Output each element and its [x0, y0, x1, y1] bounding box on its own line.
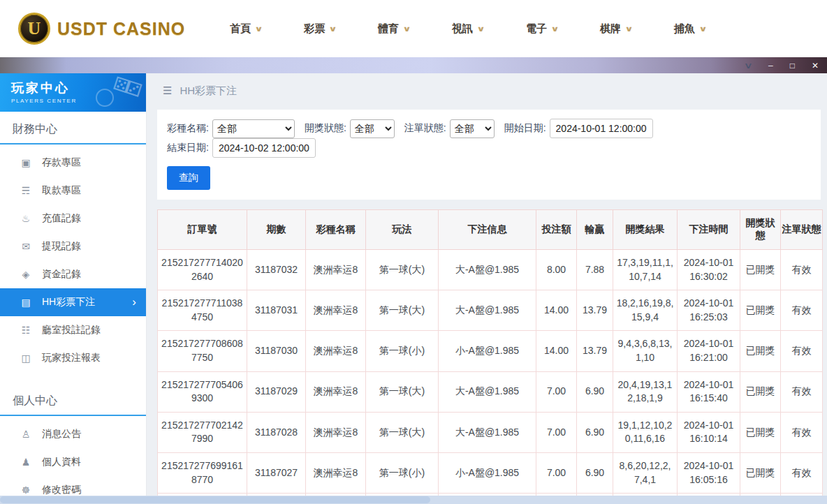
sidebar: 玩家中心 PLAYERS CENTER ⚄⚂ 財務中心▣存款專區☴取款專區♨充值…: [0, 73, 147, 504]
sidebar-item[interactable]: ☴取款專區: [0, 177, 146, 205]
column-header: 開獎結果: [613, 210, 678, 250]
column-header: 開獎狀態: [740, 210, 781, 250]
table-cell: 2024-10-01 16:05:16: [678, 452, 740, 493]
nav-item-label: 體育: [378, 22, 399, 36]
order-status-label: 注單狀態:: [404, 122, 446, 135]
end-date-input[interactable]: [212, 138, 316, 158]
table-cell: 17,3,19,11,1,10,7,14: [613, 250, 678, 290]
table-cell: 澳洲幸运8: [306, 290, 366, 331]
table-cell: 2024-10-01 16:10:14: [678, 412, 740, 452]
table-cell: 已開獎: [740, 290, 781, 331]
nav-item[interactable]: 彩票∨: [304, 22, 336, 36]
sidebar-item-label: 廳室投註記錄: [42, 324, 101, 336]
table-cell: 澳洲幸运8: [306, 250, 366, 290]
nav-item[interactable]: 體育∨: [378, 22, 410, 36]
horizontal-scrollbar[interactable]: [0, 496, 827, 504]
table-row: 215217277714020264031187032澳洲幸运8第一球(大)大-…: [158, 250, 823, 290]
nav-item[interactable]: 棋牌∨: [600, 22, 632, 36]
chevron-down-icon: ∨: [550, 24, 559, 34]
bet-table-card: 訂單號期數彩種名稱玩法下注信息投注額輸贏開獎結果下注時間開獎狀態注單狀態 215…: [157, 209, 821, 504]
table-cell: 第一球(大): [366, 412, 439, 452]
table-cell: 已開獎: [740, 331, 781, 371]
column-header: 下注時間: [678, 210, 740, 250]
lottery-name-select[interactable]: 全部: [212, 119, 295, 138]
table-cell: 13.79: [577, 331, 613, 371]
table-cell: 大-A盤@1.985: [439, 371, 536, 412]
player-bet-report-icon: ◫: [20, 353, 32, 364]
sidebar-item[interactable]: ▤HH彩票下注›: [0, 288, 146, 316]
sidebar-item[interactable]: ♨充值記錄: [0, 205, 146, 232]
table-cell: 已開獎: [740, 371, 781, 412]
window-minimize-button[interactable]: –: [768, 61, 773, 70]
window-titlebar: ∨ – □ ✕: [0, 57, 827, 73]
table-row: 215217277705406930031187029澳洲幸运8第一球(大)大-…: [158, 371, 823, 412]
table-cell: 7.00: [536, 371, 577, 412]
column-header: 注單狀態: [781, 210, 823, 250]
table-cell: 13.79: [577, 290, 613, 331]
hamburger-menu-icon[interactable]: ☰: [163, 84, 172, 97]
sidebar-item-label: 資金記錄: [42, 268, 81, 281]
withdraw-icon: ☴: [20, 185, 32, 196]
nav-item-label: 電子: [526, 22, 547, 36]
table-cell: 2024-10-01 16:15:40: [678, 371, 740, 412]
table-cell: 18,2,16,19,8,15,9,4: [613, 290, 678, 331]
table-row: 215217277699161877031187027澳洲幸运8第一球(小)小-…: [158, 452, 823, 493]
sidebar-item-label: 消息公告: [42, 428, 81, 440]
nav-item[interactable]: 視訊∨: [452, 22, 484, 36]
column-header: 期數: [247, 210, 306, 250]
room-bet-record-icon: ☷: [20, 325, 32, 336]
sidebar-item[interactable]: ▣存款專區: [0, 149, 146, 177]
sidebar-item-label: 取款專區: [42, 184, 81, 197]
nav-item-label: 彩票: [304, 22, 325, 36]
nav-item[interactable]: 電子∨: [526, 22, 558, 36]
search-button[interactable]: 查詢: [167, 166, 210, 190]
table-cell: 31187029: [247, 371, 306, 412]
players-center-header: 玩家中心 PLAYERS CENTER ⚄⚂: [0, 73, 146, 112]
table-cell: 已開獎: [740, 412, 781, 452]
order-status-select[interactable]: 全部: [450, 119, 495, 138]
window-close-button[interactable]: ✕: [812, 61, 819, 70]
sidebar-menu: 財務中心▣存款專區☴取款專區♨充值記錄✉提現記錄◈資金記錄▤HH彩票下注›☷廳室…: [0, 112, 146, 504]
table-cell: 7.00: [536, 412, 577, 452]
table-cell: 6.90: [577, 412, 613, 452]
nav-item-label: 視訊: [452, 22, 473, 36]
table-cell: 大-A盤@1.985: [439, 412, 536, 452]
table-cell: 有效: [781, 371, 823, 412]
sidebar-item[interactable]: ♟個人資料: [0, 448, 146, 476]
sidebar-item[interactable]: ◫玩家投注報表: [0, 344, 146, 372]
players-center-subtitle: PLAYERS CENTER: [11, 98, 146, 104]
end-date-label: 結束日期:: [167, 142, 209, 154]
table-cell: 澳洲幸运8: [306, 412, 366, 452]
withdrawal-record-icon: ✉: [20, 241, 32, 252]
table-cell: 小-A盤@1.985: [439, 452, 536, 493]
table-row: 215217277708608775031187030澳洲幸运8第一球(小)小-…: [158, 331, 823, 371]
table-cell: 6.90: [577, 371, 613, 412]
draw-status-select[interactable]: 全部: [350, 119, 395, 138]
bet-table-header-row: 訂單號期數彩種名稱玩法下注信息投注額輸贏開獎結果下注時間開獎狀態注單狀態: [158, 210, 823, 250]
table-cell: 已開獎: [740, 250, 781, 290]
sidebar-item-label: HH彩票下注: [42, 296, 95, 309]
deposit-icon: ▣: [20, 157, 32, 168]
start-date-input[interactable]: [550, 119, 653, 138]
sidebar-item[interactable]: ☷廳室投註記錄: [0, 316, 146, 344]
table-cell: 第一球(大): [366, 371, 439, 412]
sidebar-item[interactable]: ◈資金記錄: [0, 260, 146, 288]
recharge-record-icon: ♨: [20, 213, 32, 224]
profile-icon: ♟: [20, 457, 32, 468]
window-chevron-down-icon[interactable]: ∨: [744, 61, 753, 70]
hh-lottery-bet-icon: ▤: [20, 297, 32, 308]
chevron-down-icon: ∨: [476, 24, 485, 34]
table-cell: 14.00: [536, 331, 577, 371]
lottery-name-label: 彩種名稱:: [167, 122, 209, 135]
sidebar-item[interactable]: ♙消息公告: [0, 420, 146, 448]
table-cell: 大-A盤@1.985: [439, 290, 536, 331]
table-cell: 有效: [781, 290, 823, 331]
window-maximize-button[interactable]: □: [790, 61, 795, 70]
nav-item[interactable]: 首頁∨: [230, 22, 262, 36]
horizontal-scrollbar-thumb[interactable]: [0, 496, 430, 503]
nav-item[interactable]: 捕魚∨: [674, 22, 706, 36]
column-header: 輸贏: [577, 210, 613, 250]
sidebar-item[interactable]: ✉提現記錄: [0, 232, 146, 260]
table-cell: 8.00: [536, 250, 577, 290]
funds-record-icon: ◈: [20, 269, 32, 280]
